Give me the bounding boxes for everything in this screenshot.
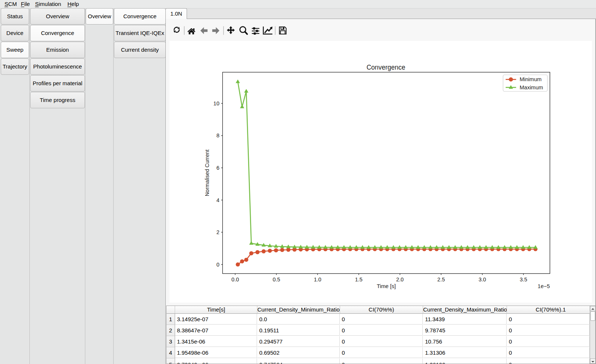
svg-text:3.5: 3.5 (520, 277, 527, 282)
svg-text:Maximum: Maximum (520, 84, 543, 90)
svg-text:2.0: 2.0 (396, 277, 404, 282)
svg-text:8: 8 (216, 132, 219, 138)
svg-text:Convergence: Convergence (367, 64, 405, 71)
svg-text:4: 4 (216, 197, 219, 203)
svg-text:Time [s]: Time [s] (377, 283, 396, 289)
svg-text:Minimum: Minimum (520, 76, 542, 82)
svg-text:1.0: 1.0 (314, 277, 321, 282)
svg-text:Normalised Current: Normalised Current (204, 150, 210, 197)
svg-text:0: 0 (216, 262, 219, 268)
svg-text:0.0: 0.0 (231, 277, 239, 282)
svg-text:1.5: 1.5 (355, 277, 362, 282)
svg-text:2.5: 2.5 (437, 277, 445, 282)
svg-text:2: 2 (216, 229, 219, 235)
svg-text:10: 10 (213, 100, 219, 106)
svg-text:1e−5: 1e−5 (538, 283, 550, 289)
svg-text:3.0: 3.0 (479, 277, 486, 282)
svg-text:0.5: 0.5 (273, 277, 280, 282)
svg-text:6: 6 (216, 165, 219, 171)
